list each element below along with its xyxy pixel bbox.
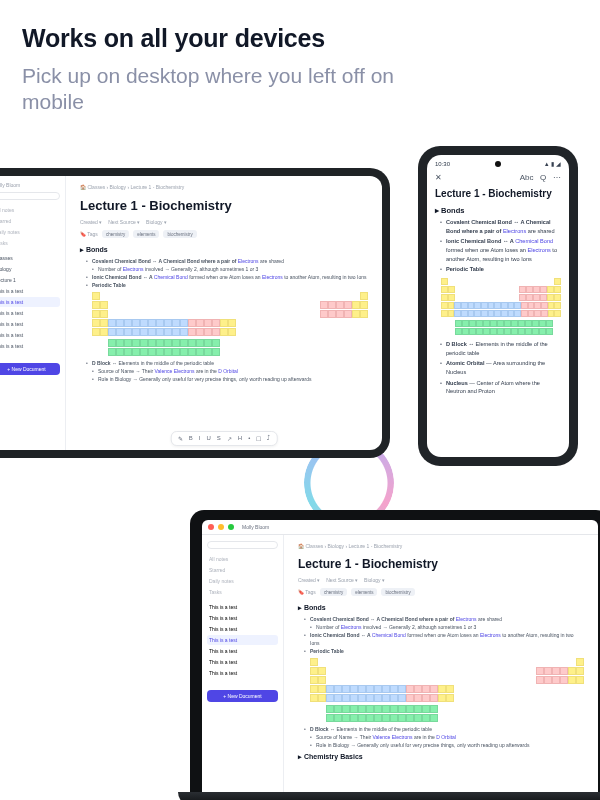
tablet-frame: Molly Bloom All notes Starred Daily note…: [0, 168, 390, 458]
sidebar-starred[interactable]: Starred: [0, 216, 60, 226]
sidebar-item[interactable]: This is a test: [207, 646, 278, 656]
toolbar-icon[interactable]: S: [217, 435, 221, 442]
laptop-screen: Molly Bloom All notes Starred Daily note…: [202, 520, 598, 792]
toolbar-icon[interactable]: I: [199, 435, 201, 442]
meta-source[interactable]: Next Source ▾: [326, 577, 358, 583]
bullet-list: D Block ↔ Elements in the middle of the …: [298, 725, 584, 749]
toolbar-icon[interactable]: ☐: [256, 435, 261, 442]
tag[interactable]: chemistry: [320, 588, 347, 596]
close-icon[interactable]: ✕: [435, 173, 442, 182]
status-time: 10:30: [435, 161, 450, 167]
tag[interactable]: biochemistry: [163, 230, 196, 238]
search-input[interactable]: [207, 541, 278, 549]
tag[interactable]: chemistry: [102, 230, 129, 238]
tag-label: 🔖 Tags: [80, 231, 98, 237]
periodic-table: [441, 278, 561, 335]
window-close-icon[interactable]: [208, 524, 214, 530]
sidebar-all-notes[interactable]: All notes: [0, 205, 60, 215]
tag[interactable]: elements: [133, 230, 159, 238]
periodic-table: [92, 292, 368, 356]
meta-source2[interactable]: Biology ▾: [146, 219, 167, 225]
sidebar-item[interactable]: This is a test: [207, 624, 278, 634]
sidebar-item[interactable]: Lecture 1: [0, 275, 60, 285]
toolbar-icon[interactable]: •: [248, 435, 250, 442]
sidebar-all-notes[interactable]: All notes: [207, 554, 278, 564]
sidebar-item[interactable]: This is a test: [207, 613, 278, 623]
doc-title[interactable]: Lecture 1 - Biochemistry: [298, 557, 584, 571]
toolbar-icon[interactable]: H: [238, 435, 242, 442]
periodic-table: [310, 658, 584, 722]
bullet-list: Covalent Chemical Bond ↔ A Chemical Bond…: [298, 615, 584, 655]
sidebar-user[interactable]: Molly Bloom: [0, 182, 60, 188]
tag[interactable]: elements: [351, 588, 377, 596]
tag-label: 🔖 Tags: [298, 589, 316, 595]
search-icon[interactable]: Q: [540, 173, 546, 182]
sidebar-item-active[interactable]: This is a test: [207, 635, 278, 645]
window-titlebar: Molly Bloom: [202, 520, 598, 535]
abc-button[interactable]: Abc: [520, 173, 534, 182]
sidebar-item[interactable]: This is a test: [0, 341, 60, 351]
sidebar-tasks[interactable]: Tasks: [207, 587, 278, 597]
sidebar-item[interactable]: Biology: [0, 264, 60, 274]
sidebar-item[interactable]: This is a test: [207, 602, 278, 612]
phone-frame: 10:30 ▲ ▮ ◢ ✕ Abc Q ⋯ Lecture 1 - Bioche…: [418, 146, 578, 466]
sidebar-item-active[interactable]: This is a test: [0, 297, 60, 307]
laptop-sidebar: All notes Starred Daily notes Tasks This…: [202, 535, 284, 792]
sidebar-daily[interactable]: Daily notes: [207, 576, 278, 586]
laptop-main: 🏠 Classes › Biology › Lecture 1 - Bioche…: [284, 535, 598, 792]
status-signals: ▲ ▮ ◢: [544, 160, 561, 167]
hero-title: Works on all your devices: [22, 24, 578, 53]
sidebar-item[interactable]: This is a test: [0, 330, 60, 340]
meta-source2[interactable]: Biology ▾: [364, 577, 385, 583]
toolbar-icon[interactable]: U: [206, 435, 210, 442]
toolbar-icon[interactable]: ✎: [178, 435, 183, 442]
doc-title[interactable]: Lecture 1 - Biochemistry: [427, 186, 569, 204]
new-document-button[interactable]: + New Document: [0, 363, 60, 375]
window-minimize-icon[interactable]: [218, 524, 224, 530]
bullet-list: Covalent Chemical Bond ↔ A Chemical Bond…: [435, 218, 561, 274]
bullet-list: Covalent Chemical Bond ↔ A Chemical Bond…: [80, 257, 368, 289]
tag[interactable]: biochemistry: [381, 588, 414, 596]
hero-subtitle: Pick up on desktop where you left off on…: [22, 63, 402, 116]
search-input[interactable]: [0, 192, 60, 200]
laptop-frame: Molly Bloom All notes Starred Daily note…: [190, 510, 600, 800]
tablet-main: 🏠 Classes › Biology › Lecture 1 - Bioche…: [66, 176, 382, 450]
bullet-list: D Block ↔ Elements in the middle of the …: [435, 340, 561, 396]
toolbar-icon[interactable]: ⤴: [267, 435, 270, 442]
sidebar-daily[interactable]: Daily notes: [0, 227, 60, 237]
section-chembasics: ▸ Chemistry Basics: [298, 753, 584, 761]
more-icon[interactable]: ⋯: [553, 173, 561, 182]
sidebar-item[interactable]: This is a test: [207, 668, 278, 678]
sidebar-item[interactable]: This is a test: [0, 319, 60, 329]
toolbar-icon[interactable]: ↗: [227, 435, 232, 442]
laptop-base: [178, 792, 600, 800]
window-zoom-icon[interactable]: [228, 524, 234, 530]
sidebar-item[interactable]: This is a test: [0, 308, 60, 318]
sidebar-item[interactable]: Classes: [0, 253, 60, 263]
meta-created[interactable]: Created ▾: [298, 577, 320, 583]
sidebar-item[interactable]: This is a test: [207, 657, 278, 667]
tablet-sidebar: Molly Bloom All notes Starred Daily note…: [0, 176, 66, 450]
sidebar-tasks[interactable]: Tasks: [0, 238, 60, 248]
breadcrumb[interactable]: 🏠 Classes › Biology › Lecture 1 - Bioche…: [80, 184, 368, 190]
section-bonds: ▸ Bonds: [298, 604, 584, 612]
new-document-button[interactable]: + New Document: [207, 690, 278, 702]
window-title: Molly Bloom: [242, 524, 269, 530]
meta-created[interactable]: Created ▾: [80, 219, 102, 225]
toolbar-icon[interactable]: B: [189, 435, 193, 442]
breadcrumb[interactable]: 🏠 Classes › Biology › Lecture 1 - Bioche…: [298, 543, 584, 549]
phone-camera: [495, 161, 501, 167]
section-bonds: ▸ Bonds: [435, 206, 561, 215]
section-bonds: ▸ Bonds: [80, 246, 368, 254]
phone-screen: 10:30 ▲ ▮ ◢ ✕ Abc Q ⋯ Lecture 1 - Bioche…: [427, 155, 569, 457]
sidebar-item[interactable]: This is a test: [0, 286, 60, 296]
sidebar-starred[interactable]: Starred: [207, 565, 278, 575]
meta-source[interactable]: Next Source ▾: [108, 219, 140, 225]
doc-title[interactable]: Lecture 1 - Biochemistry: [80, 198, 368, 213]
tablet-screen: Molly Bloom All notes Starred Daily note…: [0, 176, 382, 450]
bullet-list: D Block ↔ Elements in the middle of the …: [80, 359, 368, 383]
floating-toolbar[interactable]: ✎ B I U S ↗ H • ☐ ⤴: [171, 431, 278, 446]
